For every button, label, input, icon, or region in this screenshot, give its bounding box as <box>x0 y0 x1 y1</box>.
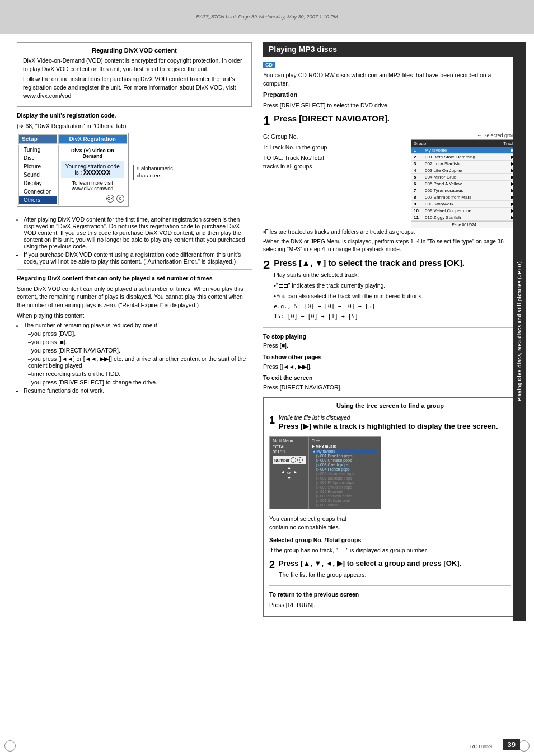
tree-screen-header: Multi Menu TOTAL 001/11 Number <box>270 437 381 509</box>
eg-5: e.g., 5: [0] ➜ [0] ➜ [0] ➜ [5] <box>274 303 511 311</box>
tree-step1-body: Multi Menu TOTAL 001/11 Number <box>269 436 511 533</box>
tree-item-007: ▷ 007 Mexican pops <box>312 476 378 481</box>
divx-times-title: Regarding DivX content that can only be … <box>17 274 252 283</box>
reg-code-row: Your registration code is : XXXXXXXX <box>61 161 124 178</box>
screen-row-2: 2 001 Beth Stole Flemming ▶ <box>411 154 517 161</box>
top-bar: EA77_87GN.book Page 39 Wednesday, May 30… <box>0 0 534 34</box>
left-column: Regarding DivX VOD content DivX Video-on… <box>17 42 252 621</box>
tree-items-list: ▶ MP3 music ● My favorite ▷ 001 Brazilia… <box>312 444 378 508</box>
wp-bullet-5: –timer recording starts on the HDD. <box>24 370 252 377</box>
return-section: To return to the previous screen Press [… <box>269 590 511 609</box>
setup-table-container: Setup DivX Registration Tuning Disc Pict… <box>17 133 252 212</box>
screen-row-5: 5 004 Mirror Grub ▶ <box>411 174 517 181</box>
currently-playing: •"⊏⊐" indicates the track currently play… <box>274 281 511 290</box>
setup-menu-items: Tuning Disc Picture Sound Display Connec… <box>18 145 57 205</box>
menu-item-others[interactable]: Others <box>19 196 57 204</box>
screen-header-left: Group <box>414 141 426 146</box>
page-number-box: 39 <box>503 739 520 750</box>
screen-row-3: 3 002 Lucy Starfish ▶ <box>411 161 517 167</box>
num-btn-00[interactable]: 0 <box>297 457 303 463</box>
preparation-text: Press [DRIVE SELECT] to select the DVD d… <box>263 101 517 110</box>
step2-title: Press [▲, ▼] to select the track and pre… <box>274 258 511 268</box>
return-title: To return to the previous screen <box>269 590 511 599</box>
cancel-btn[interactable]: C <box>116 195 124 203</box>
tree-header-right: Tree ▶ MP3 music ● My favorite ▷ 001 Bra… <box>309 437 381 509</box>
menu-item-sound[interactable]: Sound <box>19 171 57 179</box>
tree-item-006: ▷ 006 Japanese pops <box>312 472 378 476</box>
screen-row-10: 10 009 Velvet Coppermine ▶ <box>411 208 517 214</box>
tree-step1: 1 While the file list is displayed Press… <box>269 415 511 434</box>
to-exit-text: Press [DIRECT NAVIGATOR]. <box>263 383 517 392</box>
total-info: TOTAL 001/11 <box>273 444 306 454</box>
tree-item-003v: ▷ 003 Vocal <box>312 503 378 508</box>
setup-header: Setup <box>18 134 57 144</box>
corner-mark-br <box>518 740 530 752</box>
numbered-buttons: •You can also select the track with the … <box>274 292 511 300</box>
ok-circle-btn[interactable]: OK <box>287 470 292 476</box>
number-display: Number 0 0 <box>273 456 306 464</box>
divx-vod-title: Regarding DivX VOD content <box>23 47 246 54</box>
vod-label: DivX (R) Video On Demand <box>61 148 124 159</box>
screen-row-selected: 1 My favorite ▶ <box>411 147 517 154</box>
step1-body: ← Selected group Group Track 1 My favori… <box>263 133 517 228</box>
selected-group-desc: If the group has no track, "– –" is disp… <box>269 546 511 555</box>
screen-row-9: 9 008 Storywork ▶ <box>411 201 517 208</box>
tree-step2-desc: The file list for the group appears. <box>279 571 504 579</box>
tree-item-002: ▷ 002 Chinese pops <box>312 458 378 463</box>
screen-row-4: 4 003 Life On Jupiter ▶ <box>411 167 517 174</box>
ok-btn[interactable]: OK <box>106 195 114 203</box>
arrow-right-icon[interactable]: ► <box>294 470 298 476</box>
step1-content: Press [DIRECT NAVIGATOR]. <box>274 114 511 126</box>
num-btn-0[interactable]: 0 <box>291 457 296 463</box>
tree-step1-title: Press [▶] while a track is highlighted t… <box>279 422 504 431</box>
arrow-left-icon[interactable]: ◄ <box>281 470 285 476</box>
to-show: To show other pages Press [|◄◄, ▶▶|]. <box>263 353 517 370</box>
display-code-ref: (➜ 68, "DivX Registration" in "Others" t… <box>17 122 252 130</box>
menu-item-tuning[interactable]: Tuning <box>19 145 57 154</box>
tree-section-title: Using the tree screen to find a group <box>269 402 511 411</box>
tree-step1-number: 1 <box>269 415 275 426</box>
tree-item-myfav: ● My favorite <box>312 449 378 454</box>
tree-divider <box>269 585 511 586</box>
wp-bullet-1: –you press [DVD]. <box>24 330 252 337</box>
side-tab: Playing DivX discs, MP3 discs and still … <box>513 42 526 621</box>
corner-mark-bl <box>4 740 16 752</box>
tree-step2-number: 2 <box>269 559 275 571</box>
mp3-title: Playing MP3 discs <box>269 45 337 54</box>
screen-row-7: 7 006 Tyrannosaurus ▶ <box>411 187 517 194</box>
step2-number: 2 <box>263 258 270 273</box>
right-column: Playing MP3 discs CD You can play CD-R/C… <box>263 42 517 621</box>
tree-step2-title: Press [▲, ▼, ◄, ▶] to select a group and… <box>279 559 504 568</box>
tree-item-008: ▷ 008 Philippine pops <box>312 481 378 485</box>
arrow-up-icon[interactable]: ▲ <box>287 466 291 469</box>
mp3-header: Playing MP3 discs <box>263 42 517 57</box>
tree-step2-container: 2 Press [▲, ▼, ◄, ▶] to select a group a… <box>269 559 511 581</box>
step1-title: Press [DIRECT NAVIGATOR]. <box>274 114 511 124</box>
arrow-down-icon[interactable]: ▼ <box>287 476 291 480</box>
menu-item-picture[interactable]: Picture <box>19 162 57 171</box>
step2-content: Press [▲, ▼] to select the track and pre… <box>274 258 511 322</box>
wp-bullet-4: –you press [|◄◄] or [◄◄, ▶▶|] etc. and a… <box>24 355 252 369</box>
step1-container: 1 Press [DIRECT NAVIGATOR]. <box>263 114 517 128</box>
divx-vod-body: DivX Video-on-Demand (VOD) content is en… <box>23 57 246 73</box>
screen-row-6: 6 005 Pond A Yellow ▶ <box>411 181 517 187</box>
arrow-lr: ◄ OK ► <box>281 470 298 476</box>
to-stop: To stop playing Press [■]. <box>263 332 517 350</box>
tree-step1-label: While the file list is displayed <box>279 415 504 421</box>
tree-screen-mockup: Multi Menu TOTAL 001/11 Number <box>269 436 381 509</box>
tree-item-003: ▷ 003 Czech pops <box>312 463 378 467</box>
intro-text: You can play CD-R/CD-RW discs which cont… <box>263 71 517 87</box>
to-show-title: To show other pages <box>263 353 517 361</box>
menu-item-connection[interactable]: Connection <box>19 187 57 196</box>
wp-bullet-6: –you press [DRIVE SELECT] to change the … <box>24 379 252 386</box>
selected-group-info: Selected group No. /Total groups If the … <box>269 536 511 555</box>
tree-header-left: Multi Menu TOTAL 001/11 Number <box>270 437 309 509</box>
tree-step1-content: While the file list is displayed Press [… <box>279 415 504 434</box>
dvd-jpeg-note: •When the DivX or JPEG Menu is displayed… <box>263 238 517 253</box>
display-code-title: Display the unit's registration code. <box>17 111 252 120</box>
menu-item-display[interactable]: Display <box>19 179 57 187</box>
menu-item-disc[interactable]: Disc <box>19 154 57 162</box>
page-code: RQT8859 <box>470 744 492 749</box>
wp-bullet-3: –you press [DIRECT NAVIGATOR]. <box>24 347 252 354</box>
eg-15: 15: [0] ➜ [0] ➜ [1] ➜ [5] <box>274 313 511 321</box>
